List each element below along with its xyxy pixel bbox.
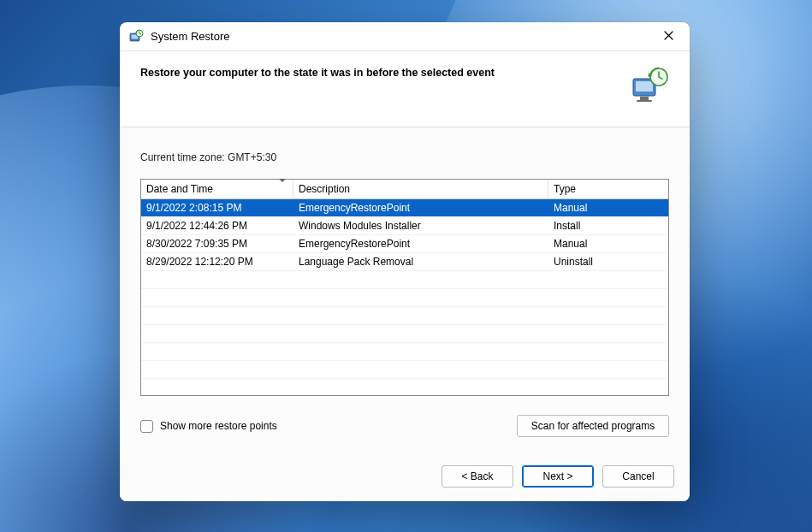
cell-description: Language Pack Removal [293, 256, 548, 268]
svg-rect-6 [640, 97, 649, 100]
next-button[interactable]: Next > [522, 465, 594, 488]
table-row-empty [141, 307, 668, 325]
wizard-header: Restore your computer to the state it wa… [120, 51, 690, 127]
table-row-empty [141, 289, 668, 307]
column-header-type-label: Type [554, 183, 576, 195]
sort-descending-icon [279, 179, 286, 182]
column-header-description-label: Description [299, 183, 350, 195]
cell-type: Uninstall [548, 256, 668, 268]
back-button[interactable]: < Back [442, 465, 513, 488]
table-row-empty [141, 271, 668, 289]
show-more-checkbox[interactable] [140, 420, 153, 433]
column-header-type[interactable]: Type [548, 180, 668, 198]
table-body: 9/1/2022 2:08:15 PMEmergencyRestorePoint… [141, 199, 668, 395]
table-row[interactable]: 8/30/2022 7:09:35 PMEmergencyRestorePoin… [141, 235, 668, 253]
close-icon [664, 31, 673, 43]
cancel-button[interactable]: Cancel [602, 465, 674, 488]
scan-affected-button[interactable]: Scan for affected programs [517, 415, 669, 437]
system-restore-window: System Restore Restore your computer to … [120, 22, 690, 501]
cell-datetime: 9/1/2022 2:08:15 PM [141, 202, 293, 214]
window-title: System Restore [151, 30, 229, 43]
table-row-empty [141, 379, 668, 395]
table-row-empty [141, 343, 668, 361]
table-row[interactable]: 8/29/2022 12:12:20 PMLanguage Pack Remov… [141, 253, 668, 271]
cell-type: Manual [548, 238, 668, 250]
close-button[interactable] [654, 25, 683, 49]
wizard-footer: < Back Next > Cancel [120, 453, 690, 501]
titlebar[interactable]: System Restore [120, 22, 690, 51]
show-more-label[interactable]: Show more restore points [160, 420, 277, 432]
restore-hero-icon [630, 67, 669, 104]
cell-description: EmergencyRestorePoint [293, 238, 548, 250]
svg-rect-5 [636, 81, 653, 92]
svg-rect-7 [637, 100, 652, 102]
column-header-datetime[interactable]: Date and Time [141, 180, 293, 198]
table-row[interactable]: 9/1/2022 2:08:15 PMEmergencyRestorePoint… [141, 199, 668, 217]
restore-points-table: Date and Time Description Type 9/1/2022 … [140, 179, 669, 396]
table-row-empty [141, 361, 668, 379]
timezone-label: Current time zone: GMT+5:30 [140, 151, 669, 163]
column-header-datetime-label: Date and Time [146, 183, 213, 195]
cell-type: Install [548, 220, 668, 232]
page-heading: Restore your computer to the state it wa… [140, 67, 619, 79]
table-header: Date and Time Description Type [141, 180, 668, 199]
cell-description: Windows Modules Installer [293, 220, 548, 232]
cell-datetime: 9/1/2022 12:44:26 PM [141, 220, 293, 232]
cell-description: EmergencyRestorePoint [293, 202, 548, 214]
wizard-body: Current time zone: GMT+5:30 Date and Tim… [120, 127, 690, 453]
system-restore-app-icon [128, 29, 144, 44]
cell-datetime: 8/30/2022 7:09:35 PM [141, 238, 293, 250]
cell-datetime: 8/29/2022 12:12:20 PM [141, 256, 293, 268]
cell-type: Manual [548, 202, 668, 214]
column-header-description[interactable]: Description [293, 180, 548, 198]
table-row-empty [141, 325, 668, 343]
table-row[interactable]: 9/1/2022 12:44:26 PMWindows Modules Inst… [141, 217, 668, 235]
